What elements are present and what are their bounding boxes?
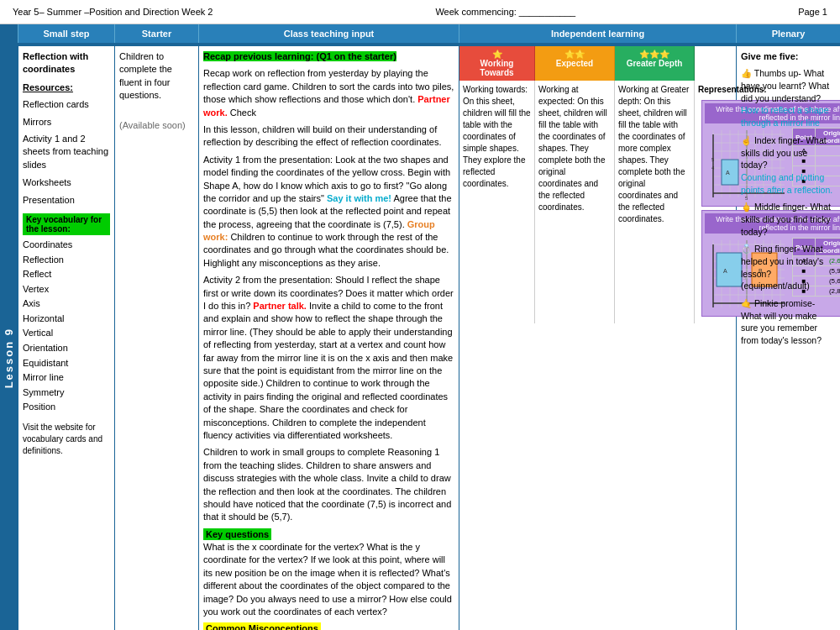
starter-column: Children to complete the fluent in four … — [115, 46, 199, 630]
middle-emoji: 🖕 — [741, 202, 752, 212]
thumb-text: Thumbs up- What have you learnt? What di… — [741, 68, 829, 102]
svg-text:A: A — [723, 268, 727, 274]
svg-text:A: A — [726, 170, 730, 176]
thumb-emoji: 👍 — [741, 68, 752, 78]
wt-text: Working towards: On this sheet, children… — [463, 84, 531, 190]
pinkie-text: Pinkie promise- What will you make sure … — [741, 298, 822, 345]
starter-text1: Children to complete the fluent in four … — [119, 50, 194, 102]
index-emoji: ☝️ — [741, 135, 752, 145]
pinkie-emoji: 🤙 — [741, 298, 752, 308]
independent-column: ⭐ Working Towards ⭐⭐ Expected ⭐⭐⭐ Greate… — [459, 46, 737, 630]
wt-star: ⭐ — [463, 50, 531, 59]
header-week: Week commencing: ___________ — [435, 7, 575, 17]
wt-label: Working Towards — [463, 59, 531, 77]
activity2-text: Activity 2 from the presentation: Should… — [203, 274, 454, 442]
exp-label: Expected — [538, 59, 611, 68]
col-header-small-step: Small step — [18, 24, 115, 43]
gd-star: ⭐⭐⭐ — [618, 50, 690, 59]
misconception-label: Common Misconceptions — [203, 622, 321, 630]
starter-text2: (Available soon) — [119, 119, 194, 132]
exp-star: ⭐⭐ — [538, 50, 611, 59]
wt-header: ⭐ Working Towards — [459, 46, 535, 81]
lesson-number-column: Lesson 9 — [0, 46, 18, 630]
index-link: Counting and plotting points after a ref… — [741, 172, 832, 195]
vocab-list: CoordinatesReflectionReflectVertexAxisHo… — [23, 238, 110, 415]
small-step-title: Reflection with coordinates — [23, 50, 110, 76]
resource-activity: Activity 1 and 2 sheets from teaching sl… — [23, 133, 110, 171]
para1: In this lesson, children will build on t… — [203, 123, 454, 150]
plenary-index: ☝️ Index finger- What skills did you use… — [741, 134, 836, 196]
header-page: Page 1 — [798, 7, 827, 17]
small-groups-text: Children to work in small groups to comp… — [203, 446, 454, 523]
gd-header: ⭐⭐⭐ Greater Depth — [615, 46, 695, 81]
ring-emoji: 💍 — [741, 244, 752, 254]
lesson-label: Lesson 9 — [3, 328, 15, 388]
page-header: Year 5– Summer –Position and Direction W… — [0, 0, 840, 24]
rep-header-spacer — [695, 46, 736, 81]
plenary-intro: Give me five: — [741, 50, 836, 63]
column-headers-row: Small step Starter Class teaching input … — [0, 24, 840, 45]
exp-content: Working at expected: On this sheet, chil… — [535, 81, 615, 323]
svg-rect-19 — [722, 160, 738, 185]
exp-text: Working at expected: On this sheet, chil… — [538, 84, 611, 213]
index-text: Index finger- What skills did you use to… — [741, 135, 827, 170]
thumb-link: How to reflect a shape through a mirror … — [741, 105, 828, 128]
key-questions-text: What is the x coordinate for the vertex?… — [203, 542, 452, 617]
middle-text: Middle finger- What skills did you find … — [741, 202, 831, 236]
header-title: Year 5– Summer –Position and Direction W… — [13, 7, 213, 17]
recap-text: Recap work on reflection from yesterday … — [203, 67, 454, 119]
plenary-thumbs: 👍 Thumbs up- What have you learnt? What … — [741, 67, 836, 129]
website-note: Visit the website for vocabulary cards a… — [23, 422, 110, 457]
plenary-ring: 💍 Ring finger- What helped you in today'… — [741, 243, 836, 292]
vocab-box: Key vocabulary for the lesson: — [23, 213, 110, 235]
col-header-plenary: Plenary — [737, 24, 840, 43]
gd-content: Working at Greater depth: On this sheet,… — [615, 81, 695, 323]
indep-sub-headers: ⭐ Working Towards ⭐⭐ Expected ⭐⭐⭐ Greate… — [459, 46, 736, 81]
misconception-section: Common Misconceptions Reading the co-ord… — [203, 622, 454, 630]
exp-header: ⭐⭐ Expected — [535, 46, 615, 81]
teaching-column: Recap previous learning: (Q1 on the star… — [199, 46, 459, 630]
small-step-column: Reflection with coordinates Resources: R… — [18, 46, 115, 630]
col-header-teaching: Class teaching input — [199, 24, 459, 43]
key-questions-section: Key questions What is the x coordinate f… — [203, 528, 454, 619]
plenary-middle: 🖕 Middle finger- What skills did you fin… — [741, 201, 836, 238]
resource-mirrors: Mirrors — [23, 116, 110, 129]
wt-content: Working towards: On this sheet, children… — [459, 81, 535, 323]
activity1-text: Activity 1 from the presentation: Look a… — [203, 154, 454, 270]
recap-label: Recap previous learning: (Q1 on the star… — [203, 51, 396, 61]
resource-worksheets: Worksheets — [23, 176, 110, 189]
gd-label: Greater Depth — [618, 59, 690, 68]
page-wrapper: Year 5– Summer –Position and Direction W… — [0, 0, 840, 630]
indep-content-area: Working towards: On this sheet, children… — [459, 81, 736, 323]
main-content-row: Lesson 9 Reflection with coordinates Res… — [0, 45, 840, 630]
col-header-independent: Independent learning — [459, 24, 737, 43]
resource-reflection-cards: Reflection cards — [23, 98, 110, 111]
resources-label: Resources: — [23, 81, 110, 94]
ring-text: Ring finger- What helped you in today's … — [741, 244, 823, 291]
gd-text: Working at Greater depth: On this sheet,… — [618, 84, 690, 225]
resource-presentation: Presentation — [23, 194, 110, 207]
plenary-pinkie: 🤙 Pinkie promise- What will you make sur… — [741, 297, 836, 347]
key-q-label: Key questions — [203, 528, 271, 540]
plenary-column: Give me five: 👍 Thumbs up- What have you… — [737, 46, 840, 630]
col-header-starter: Starter — [115, 24, 199, 43]
